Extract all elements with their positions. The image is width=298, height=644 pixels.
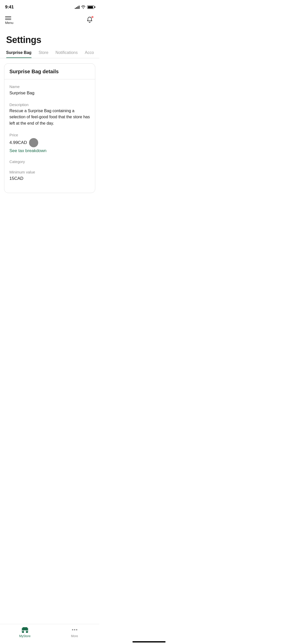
field-description-value: Rescue a Surprise Bag containing a selec… (9, 108, 90, 127)
notification-button[interactable] (85, 15, 94, 25)
menu-label: Menu (5, 21, 13, 25)
tab-surprise-bag[interactable]: Surprise Bag (6, 50, 32, 58)
field-minimum-value-value: 15CAD (9, 175, 90, 182)
card-header-title: Surprise Bag details (9, 69, 90, 75)
status-icons (75, 5, 94, 9)
field-description-label: Description (9, 103, 90, 107)
menu-line-1 (5, 16, 11, 17)
tabs-container: Surprise Bag Store Notifications Acco (0, 50, 99, 58)
field-category-label: Category (9, 159, 90, 164)
field-name: Name Surprise Bag (9, 84, 90, 96)
field-name-label: Name (9, 84, 90, 89)
tax-breakdown-link[interactable]: See tax breakdown (9, 148, 47, 153)
surprise-bag-card: Surprise Bag details Name Surprise Bag D… (4, 63, 95, 193)
tab-account[interactable]: Acco (85, 50, 94, 58)
status-bar: 9:41 (0, 0, 99, 13)
field-minimum-value: Minimum value 15CAD (9, 170, 90, 182)
battery-icon (87, 5, 94, 9)
price-toggle-button[interactable] (29, 138, 38, 147)
field-description: Description Rescue a Surprise Bag contai… (9, 103, 90, 127)
notification-badge (91, 16, 94, 18)
field-name-value: Surprise Bag (9, 90, 90, 96)
wifi-icon (81, 5, 86, 9)
price-row: 4.99CAD (9, 138, 90, 147)
tab-notifications[interactable]: Notifications (56, 50, 78, 58)
page-title: Settings (0, 30, 99, 45)
field-price: Price 4.99CAD See tax breakdown (9, 133, 90, 153)
menu-line-3 (5, 19, 11, 20)
field-minimum-value-label: Minimum value (9, 170, 90, 174)
signal-icon (75, 5, 79, 9)
card-body: Name Surprise Bag Description Rescue a S… (4, 79, 95, 193)
field-category: Category (9, 159, 90, 164)
field-price-label: Price (9, 133, 90, 137)
header-nav: Menu (0, 13, 99, 30)
menu-line-2 (5, 18, 11, 18)
status-time: 9:41 (5, 5, 14, 10)
menu-button[interactable]: Menu (5, 16, 13, 25)
card-header: Surprise Bag details (4, 64, 95, 79)
tab-store[interactable]: Store (39, 50, 48, 58)
field-price-value: 4.99CAD (9, 139, 27, 146)
